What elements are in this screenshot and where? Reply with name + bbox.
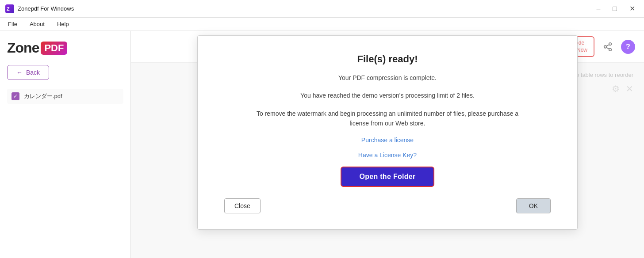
- logo-zone-text: Zone: [7, 40, 39, 56]
- window-controls: – □ ✕: [593, 4, 639, 14]
- svg-text:Z: Z: [7, 6, 10, 11]
- modal-line1: Your PDF compression is complete.: [338, 73, 437, 83]
- app-logo-icon: Z: [5, 4, 14, 13]
- file-name: カレンダー.pdf: [24, 92, 62, 100]
- purchase-license-link[interactable]: Purchase a license: [361, 137, 414, 144]
- modal-line2: You have reached the demo version's proc…: [300, 91, 475, 100]
- modal-dialog: File(s) ready! Your PDF compression is c…: [197, 35, 578, 230]
- menu-about[interactable]: About: [25, 19, 49, 29]
- app-title: Zonepdf For Windows: [18, 5, 593, 12]
- ok-button[interactable]: OK: [516, 198, 551, 213]
- logo-pdf-text: PDF: [41, 42, 67, 55]
- menu-bar: File About Help: [0, 18, 644, 31]
- back-arrow-icon: ←: [16, 69, 23, 76]
- menu-file[interactable]: File: [4, 19, 22, 29]
- title-bar: Z Zonepdf For Windows – □ ✕: [0, 0, 644, 18]
- modal-line3: To remove the watermark and begin proces…: [255, 109, 520, 129]
- logo-area: Zone PDF: [7, 40, 123, 56]
- back-button[interactable]: ← Back: [7, 65, 49, 80]
- have-license-key-link[interactable]: Have a License Key?: [358, 152, 417, 159]
- file-checkbox-icon: ✓: [12, 92, 19, 100]
- modal-title: File(s) ready!: [357, 53, 418, 65]
- close-window-button[interactable]: ✕: [626, 4, 639, 14]
- list-item: ✓ カレンダー.pdf: [7, 89, 123, 104]
- minimize-button[interactable]: –: [593, 4, 604, 14]
- maximize-button[interactable]: □: [609, 4, 621, 14]
- open-folder-button[interactable]: Open the Folder: [341, 167, 434, 187]
- main-content: Trial Mode Activate Now ? Drag and drop …: [131, 31, 644, 258]
- modal-footer: Close OK: [224, 198, 551, 213]
- app-body: Zone PDF ← Back ✓ カレンダー.pdf Trial Mode A…: [0, 31, 644, 258]
- sidebar: Zone PDF ← Back ✓ カレンダー.pdf: [0, 31, 131, 258]
- back-button-label: Back: [26, 69, 40, 76]
- file-list: ✓ カレンダー.pdf: [7, 89, 123, 104]
- modal-overlay: File(s) ready! Your PDF compression is c…: [131, 31, 644, 258]
- close-button[interactable]: Close: [224, 198, 261, 213]
- menu-help[interactable]: Help: [53, 19, 73, 29]
